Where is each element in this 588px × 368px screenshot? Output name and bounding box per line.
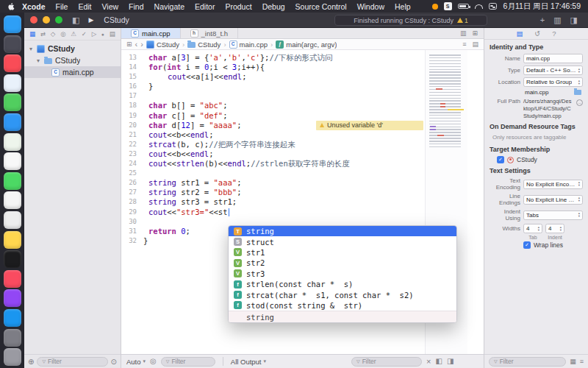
file-inspector-tab[interactable] [516,30,523,38]
minimap-options-icon[interactable] [472,41,478,48]
list-view-icon[interactable] [580,358,584,365]
toggle-variables-view-icon[interactable] [435,358,442,365]
maps-dock-icon[interactable] [4,133,21,151]
contacts-dock-icon[interactable] [4,211,21,229]
tree-item-file[interactable]: C main.cpp [24,66,121,78]
recent-files-icon[interactable] [111,358,117,366]
type-dropdown[interactable]: Default - C++ Source [523,66,583,75]
editor-options-icon[interactable] [553,16,561,24]
inspector-toggle-icon[interactable] [570,16,578,24]
breadcrumb-item-2[interactable]: Cmain.cpp [229,40,268,49]
completion-item-6[interactable]: fstrcat(char *__s1, const char *__s2) [229,289,456,300]
completion-item-5[interactable]: fstrlen(const char *__s) [229,279,456,289]
tree-item-group[interactable]: CStudy [24,54,121,66]
related-items-icon[interactable] [126,41,132,48]
back-icon[interactable] [135,40,138,49]
grid-view-icon[interactable] [570,358,576,365]
navigator-toggle-icon[interactable] [72,16,79,24]
forward-icon[interactable] [140,40,143,49]
music-red-dock-icon[interactable] [4,54,21,72]
podcasts-dock-icon[interactable] [4,289,21,307]
disclosure-triangle-icon[interactable] [35,57,41,64]
indent-width-stepper[interactable]: 4 [545,224,564,233]
wifi-icon[interactable] [475,4,483,9]
inline-warning[interactable]: Unused variable 'd' [316,121,423,130]
photos-dock-icon[interactable] [4,152,21,170]
line-number[interactable]: 17 [121,91,140,101]
text-encoding-dropdown[interactable]: No Explicit Encoding [523,180,583,189]
breadcrumb-item-3[interactable]: ƒmain(argc, argv) [276,40,337,49]
menu-item-edit[interactable]: Edit [73,2,96,11]
warning-count-badge[interactable]: 1 [457,17,468,24]
variables-scope-dropdown[interactable]: Auto [126,358,146,366]
completion-item-0[interactable]: Tstring [229,226,456,236]
mail-dock-icon[interactable] [4,113,21,131]
completion-item-7[interactable]: fstod(const string &__str) [229,300,456,311]
debug-navigator-icon[interactable] [92,31,97,38]
menu-item-view[interactable]: View [97,2,124,11]
tree-item-project[interactable]: CStudy [24,43,121,54]
console-output-dropdown[interactable]: All Output [231,358,266,366]
add-editor-icon[interactable] [472,29,478,37]
completion-item-4[interactable]: Vstr3 [229,269,456,279]
line-number[interactable]: 21 [121,130,140,140]
menu-item-editor[interactable]: Editor [190,2,220,11]
completion-item-2[interactable]: Vstr1 [229,247,456,258]
finder-dock-icon[interactable] [4,15,21,33]
line-number[interactable]: 32 [121,236,140,246]
line-number[interactable]: 15 [121,72,140,82]
tab-main.cpp[interactable]: Cmain.cpp [121,28,181,38]
trash-dock-icon[interactable] [4,348,21,366]
line-number[interactable]: 18 [121,101,140,110]
menu-item-source-control[interactable]: Source Control [290,2,352,11]
folder-icon[interactable] [574,90,581,95]
test-navigator-icon[interactable] [82,31,87,38]
line-number[interactable]: 25 [121,169,140,178]
facetime-dock-icon[interactable] [4,172,21,190]
reveal-path-icon[interactable] [576,99,583,106]
control-center-icon[interactable] [489,3,497,10]
library-button[interactable] [540,16,545,24]
tv-dock-icon[interactable] [4,250,21,268]
completion-item-1[interactable]: Sstruct [229,236,456,247]
menu-item-file[interactable]: File [51,2,74,11]
menu-item-product[interactable]: Product [220,2,257,11]
settings-dock-icon[interactable] [4,329,21,347]
messages-dock-icon[interactable] [4,93,21,111]
line-number[interactable]: 24 [121,159,140,169]
scheme-name[interactable]: CStudy [104,15,129,24]
wrap-lines-checkbox[interactable] [523,241,531,249]
notes-dock-icon[interactable] [4,231,21,249]
line-number[interactable]: 26 [121,178,140,188]
menu-item-debug[interactable]: Debug [257,2,290,11]
menu-clock[interactable]: 6月11日 周日 17:46:59 [503,1,581,12]
variables-filter-input[interactable]: Filter [161,357,215,367]
menu-item-window[interactable]: Window [352,2,390,11]
name-field[interactable]: main.cpp [523,54,583,63]
clear-console-icon[interactable] [426,358,431,366]
menu-item-xcode[interactable]: Xcode [17,2,51,11]
adjust-editor-icon[interactable] [462,41,466,48]
completion-item-3[interactable]: Vstr2 [229,258,456,268]
line-number[interactable]: 20 [121,121,140,130]
input-method-icon[interactable] [444,2,452,10]
console-filter-input[interactable]: Filter [351,357,422,367]
filter-variables-icon[interactable] [150,358,157,365]
apple-menu-icon[interactable] [7,2,15,11]
toggle-console-view-icon[interactable] [447,358,453,365]
project-navigator-icon[interactable] [29,31,35,38]
zoom-window-button[interactable] [55,16,62,24]
launchpad-dock-icon[interactable] [4,35,21,53]
find-navigator-icon[interactable] [60,31,65,38]
line-number[interactable]: 30 [121,217,140,227]
line-number[interactable]: 22 [121,140,140,149]
quick-help-tab[interactable] [552,30,556,38]
tab-_int8_t.h[interactable]: h_int8_t.h [181,28,238,38]
line-number[interactable]: 16 [121,82,140,91]
line-endings-dropdown[interactable]: No Explicit Line Endings [523,195,583,205]
menu-item-help[interactable]: Help [390,2,416,11]
minimize-window-button[interactable] [43,16,50,24]
navigator-filter-input[interactable]: Filter [37,357,107,367]
tab-width-stepper[interactable]: 4 [523,224,542,233]
line-number[interactable]: 23 [121,149,140,159]
